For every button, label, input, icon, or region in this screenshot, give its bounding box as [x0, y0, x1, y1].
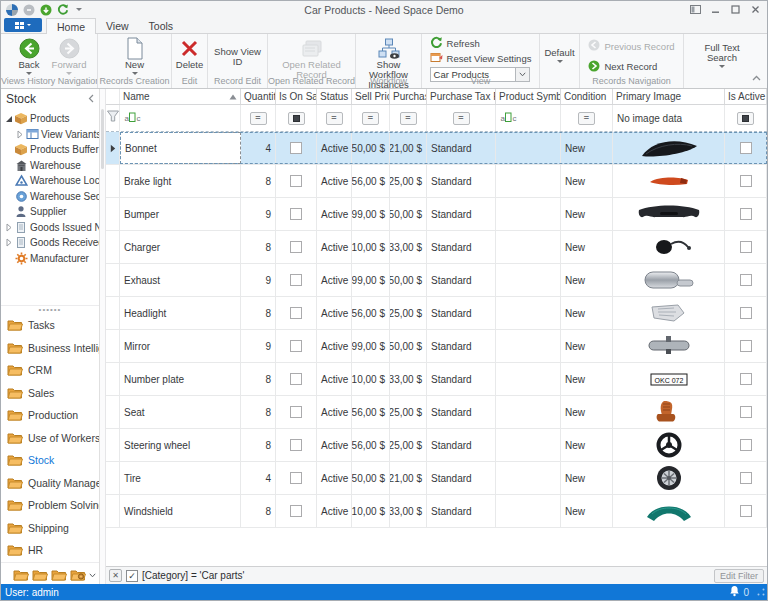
isonsale-checkbox[interactable]: [290, 307, 302, 319]
full-text-search-button[interactable]: Full Text Search: [695, 36, 749, 78]
tree-item-warehouse-location[interactable]: Warehouse Location: [1, 173, 99, 189]
cell-isactive[interactable]: [725, 462, 767, 494]
filter-cell-sellprice[interactable]: =: [352, 105, 390, 131]
application-menu-button[interactable]: [4, 18, 42, 32]
isactive-checkbox[interactable]: [740, 373, 752, 385]
tab-home[interactable]: Home: [46, 18, 96, 34]
cell-isactive[interactable]: [725, 132, 767, 164]
column-header-status[interactable]: Status: [317, 89, 352, 104]
cell-isonsale[interactable]: [276, 231, 317, 263]
abc-filter-icon[interactable]: ac: [124, 109, 141, 127]
isonsale-checkbox[interactable]: [290, 373, 302, 385]
filter-cell-image[interactable]: No image data: [613, 105, 725, 131]
table-row-number-plate[interactable]: Number plate8Active610,00 $233,00 $Stand…: [106, 363, 767, 396]
table-row-brake-light[interactable]: Brake light8Active256,00 $125,00 $Standa…: [106, 165, 767, 198]
filter-cell-symbol[interactable]: ac: [496, 105, 561, 131]
equals-filter-button[interactable]: =: [400, 112, 417, 125]
cell-isactive[interactable]: [725, 198, 767, 230]
isonsale-checkbox[interactable]: [290, 505, 302, 517]
equals-filter-button[interactable]: =: [250, 112, 267, 125]
sidebar-group-crm[interactable]: CRM: [1, 359, 99, 382]
equals-filter-button[interactable]: =: [362, 112, 379, 125]
equals-filter-button[interactable]: =: [326, 112, 343, 125]
checkbox-filter-button[interactable]: [288, 112, 305, 125]
table-row-steering-wheel[interactable]: Steering wheel8Active256,00 $125,00 $Sta…: [106, 429, 767, 462]
tree-item-goods-received-notes[interactable]: Goods Received Notes: [1, 235, 99, 251]
collapsed-arrow-icon[interactable]: [3, 238, 14, 247]
column-header-image[interactable]: Primary Image: [613, 89, 725, 104]
isonsale-checkbox[interactable]: [290, 274, 302, 286]
isactive-checkbox[interactable]: [740, 142, 752, 154]
cell-isactive[interactable]: [725, 297, 767, 329]
maximize-button[interactable]: [725, 2, 745, 17]
previous-record-button[interactable]: Previous Record: [588, 40, 674, 53]
new-button[interactable]: New: [115, 36, 155, 79]
close-button[interactable]: [745, 2, 765, 17]
isactive-checkbox[interactable]: [740, 274, 752, 286]
cell-isactive[interactable]: [725, 231, 767, 263]
expanded-arrow-icon[interactable]: [3, 115, 14, 123]
qat-history-icon[interactable]: [23, 4, 35, 16]
table-row-mirror[interactable]: Mirror9Active699,00 $450,00 $StandardNew: [106, 330, 767, 363]
forward-button[interactable]: Forward: [49, 36, 89, 79]
abc-filter-icon[interactable]: ac: [500, 109, 517, 127]
cell-isonsale[interactable]: [276, 462, 317, 494]
folder-icon[interactable]: [32, 567, 48, 580]
next-record-button[interactable]: Next Record: [588, 60, 674, 73]
cell-isonsale[interactable]: [276, 132, 317, 164]
sidebar-group-hr[interactable]: HR: [1, 539, 99, 562]
notifications[interactable]: 0: [729, 585, 749, 599]
cell-isonsale[interactable]: [276, 165, 317, 197]
qat-customize-caret[interactable]: [76, 8, 82, 14]
column-header-condition[interactable]: Condition: [561, 89, 613, 104]
isactive-checkbox[interactable]: [740, 340, 752, 352]
tree-item-goods-issued-notes[interactable]: Goods Issued Notes: [1, 220, 99, 236]
open-related-record-button[interactable]: Open Related Record: [273, 36, 351, 81]
cell-isactive[interactable]: [725, 330, 767, 362]
back-button[interactable]: Back: [9, 36, 49, 79]
tab-tools[interactable]: Tools: [139, 18, 184, 33]
isonsale-checkbox[interactable]: [290, 472, 302, 484]
isactive-checkbox[interactable]: [740, 439, 752, 451]
cell-isactive[interactable]: [725, 429, 767, 461]
tree-item-products-buffer-manag[interactable]: Products Buffer Manag...: [1, 142, 99, 158]
tree-item-view-variants[interactable]: View Variants: [1, 127, 99, 143]
table-row-seat[interactable]: Seat8Active256,00 $125,00 $StandardNew: [106, 396, 767, 429]
column-header-purchase[interactable]: Purchas...: [390, 89, 427, 104]
filter-cell-isonsale[interactable]: [276, 105, 317, 131]
sidebar-group-problem-solving-shee[interactable]: Problem Solving Shee: [1, 494, 99, 517]
filter-cell-taxrate[interactable]: =: [427, 105, 496, 131]
column-header-isactive[interactable]: Is Active: [725, 89, 767, 104]
isactive-checkbox[interactable]: [740, 307, 752, 319]
cell-isonsale[interactable]: [276, 429, 317, 461]
cell-isactive[interactable]: [725, 264, 767, 296]
folder-icon[interactable]: [51, 567, 67, 580]
sidebar-splitter[interactable]: ••••••: [1, 305, 99, 314]
cell-isactive[interactable]: [725, 396, 767, 428]
isonsale-checkbox[interactable]: [290, 142, 302, 154]
filter-cell-condition[interactable]: =: [561, 105, 613, 131]
cell-isonsale[interactable]: [276, 330, 317, 362]
collapsed-arrow-icon[interactable]: [3, 223, 14, 232]
cell-isonsale[interactable]: [276, 495, 317, 527]
isonsale-checkbox[interactable]: [290, 175, 302, 187]
isactive-checkbox[interactable]: [740, 208, 752, 220]
default-button[interactable]: Default: [540, 36, 580, 78]
sidebar-group-use-of-workers[interactable]: Use of Workers: [1, 427, 99, 450]
table-row-headlight[interactable]: Headlight8Active256,00 $125,00 $Standard…: [106, 297, 767, 330]
show-view-id-button[interactable]: Show View ID: [211, 36, 264, 78]
checkbox-filter-button[interactable]: [737, 112, 754, 125]
filter-cell-isactive[interactable]: [725, 105, 767, 131]
filter-cell-name[interactable]: ac: [120, 105, 241, 131]
column-header-sellprice[interactable]: Sell Price: [352, 89, 390, 104]
isactive-checkbox[interactable]: [740, 472, 752, 484]
tree-item-warehouse-sector[interactable]: Warehouse Sector: [1, 189, 99, 205]
isactive-checkbox[interactable]: [740, 241, 752, 253]
cell-isactive[interactable]: [725, 495, 767, 527]
sidebar-group-production[interactable]: Production: [1, 404, 99, 427]
folder-gear-icon[interactable]: [70, 567, 86, 580]
tree-item-supplier[interactable]: Supplier: [1, 204, 99, 220]
table-row-charger[interactable]: Charger8Active610,00 $233,00 $StandardNe…: [106, 231, 767, 264]
sidebar-group-sales[interactable]: Sales: [1, 382, 99, 405]
isactive-checkbox[interactable]: [740, 505, 752, 517]
